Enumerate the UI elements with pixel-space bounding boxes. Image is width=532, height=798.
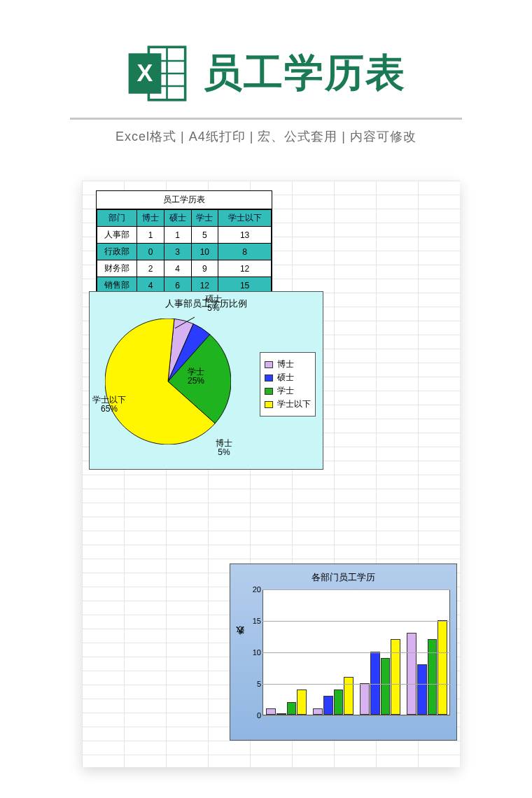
- page-title: 员工学历表: [203, 47, 406, 100]
- bar: [370, 652, 380, 715]
- pie-legend: 博士 硕士 学士 学士以下: [260, 352, 316, 416]
- gridline: [262, 589, 450, 590]
- bar: [381, 658, 391, 715]
- bar: [391, 639, 400, 715]
- y-tick: 20: [248, 585, 261, 594]
- table-row: 财务部 2 4 9 12: [97, 260, 272, 277]
- pie-graphic: [105, 318, 231, 444]
- table-title: 员工学历表: [97, 191, 272, 209]
- bar: [323, 696, 333, 715]
- bar-chart: 各部门员工学历 人数 05101520: [230, 564, 457, 741]
- pie-label-doctor: 博士5%: [216, 439, 232, 457]
- bar: [428, 639, 438, 715]
- pie-label-below: 学士以下65%: [88, 396, 130, 414]
- legend-swatch-master: [265, 374, 273, 382]
- pie-chart: 人事部员工学历比例 硕士5% 学士25% 博士5% 学士以下65% 博士 硕士 …: [89, 291, 323, 470]
- legend-swatch-doctor: [265, 361, 273, 368]
- table-row: 行政部 0 3 10 8: [97, 244, 272, 260]
- page-header: X 员工学历表 Excel格式 | A4纸打印 | 宏、公式套用 | 内容可修改: [0, 0, 532, 145]
- col-master: 硕士: [164, 210, 191, 227]
- bar: [344, 677, 354, 715]
- pie-label-bachelor: 学士25%: [188, 368, 204, 386]
- gridline: [262, 684, 450, 685]
- y-tick: 15: [248, 617, 261, 625]
- bar: [276, 713, 286, 715]
- bar: [360, 683, 370, 715]
- pie-label-master: 硕士5%: [205, 295, 222, 313]
- gridline: [262, 715, 450, 716]
- y-tick: 10: [248, 648, 261, 657]
- bar: [438, 620, 447, 715]
- gridline: [262, 621, 450, 622]
- table-row: 人事部 1 1 5 13: [97, 227, 272, 244]
- excel-icon: X: [126, 42, 189, 105]
- education-table: 员工学历表 部门 博士 硕士 学士 学士以下 人事部 1 1 5 13 行政部 …: [96, 190, 272, 295]
- page-subtitle: Excel格式 | A4纸打印 | 宏、公式套用 | 内容可修改: [0, 128, 532, 145]
- bar: [313, 708, 323, 715]
- col-doctor: 博士: [137, 210, 164, 227]
- legend-swatch-bachelor: [265, 388, 273, 395]
- col-dept: 部门: [97, 210, 137, 227]
- header-divider: [70, 118, 462, 120]
- bar: [407, 633, 416, 715]
- bar-title: 各部门员工学历: [230, 571, 456, 584]
- y-tick: 5: [248, 680, 261, 688]
- col-below: 学士以下: [218, 210, 272, 227]
- bar: [266, 708, 276, 715]
- y-tick: 0: [248, 711, 261, 720]
- bar: [287, 702, 297, 715]
- bar: [334, 690, 344, 715]
- svg-text:X: X: [137, 59, 153, 86]
- bar: [297, 690, 307, 715]
- legend-swatch-below: [265, 401, 273, 408]
- gridline: [262, 652, 450, 653]
- spreadsheet-page: 员工学历表 部门 博士 硕士 学士 学士以下 人事部 1 1 5 13 行政部 …: [82, 181, 460, 767]
- col-bachelor: 学士: [191, 210, 218, 227]
- bar: [417, 664, 427, 715]
- table-header-row: 部门 博士 硕士 学士 学士以下: [97, 210, 272, 227]
